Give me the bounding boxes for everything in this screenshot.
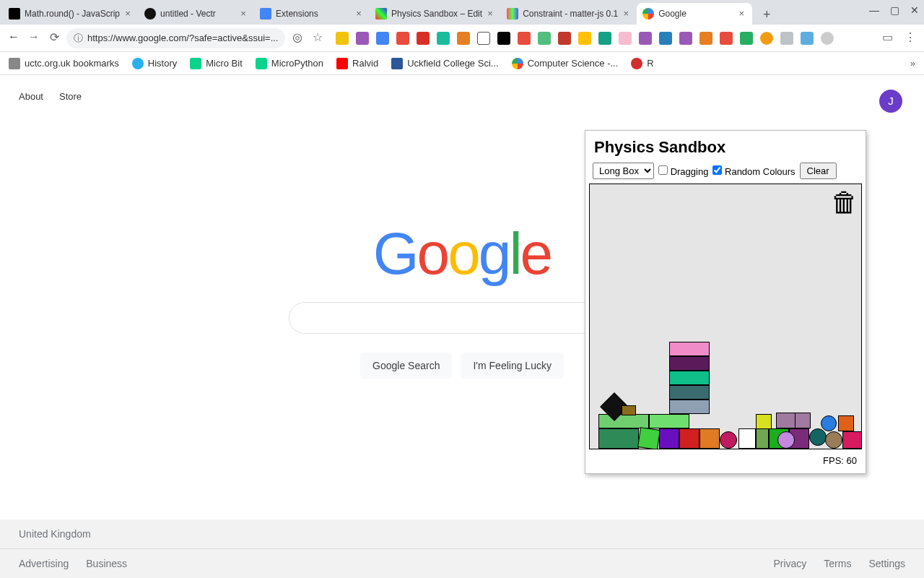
sandbox-canvas[interactable]: 🗑 bbox=[589, 184, 862, 449]
trash-icon[interactable]: 🗑 bbox=[831, 187, 858, 218]
ext-icon[interactable] bbox=[639, 32, 652, 45]
footer-settings[interactable]: Settings bbox=[868, 558, 905, 569]
maximize-icon[interactable]: ▢ bbox=[888, 4, 901, 17]
ext-icon[interactable] bbox=[578, 32, 591, 45]
physics-shape[interactable] bbox=[821, 415, 837, 431]
tab-matterjs[interactable]: Constraint - matter-js 0.1× bbox=[501, 3, 637, 25]
ext-icon[interactable] bbox=[376, 32, 389, 45]
bookmark-cs[interactable]: Computer Science -... bbox=[512, 58, 619, 69]
bookmark-r[interactable]: R bbox=[631, 58, 653, 69]
ext-icon[interactable] bbox=[497, 32, 510, 45]
back-button[interactable]: ← bbox=[6, 30, 22, 46]
close-window-icon[interactable]: ✕ bbox=[908, 4, 921, 17]
footer-business[interactable]: Business bbox=[86, 558, 127, 569]
ext-icon[interactable] bbox=[336, 32, 349, 45]
bookmark-microbit[interactable]: Micro Bit bbox=[190, 58, 243, 69]
physics-shape[interactable] bbox=[699, 428, 720, 449]
random-colours-checkbox[interactable] bbox=[712, 165, 722, 175]
close-icon[interactable]: × bbox=[621, 9, 631, 19]
star-icon[interactable]: ☆ bbox=[310, 30, 326, 46]
ext-icon[interactable] bbox=[396, 32, 409, 45]
physics-shape[interactable] bbox=[649, 414, 689, 428]
close-icon[interactable]: × bbox=[238, 9, 248, 19]
physics-shape[interactable] bbox=[622, 405, 636, 415]
bookmark-micropython[interactable]: MicroPython bbox=[256, 58, 323, 69]
ext-icon[interactable] bbox=[780, 32, 793, 45]
ext-icon[interactable] bbox=[477, 32, 490, 45]
dragging-label[interactable]: Dragging bbox=[658, 165, 708, 177]
physics-shape[interactable] bbox=[679, 428, 699, 449]
ext-icon[interactable] bbox=[619, 32, 632, 45]
ext-icon[interactable] bbox=[558, 32, 571, 45]
bookmark-history[interactable]: History bbox=[132, 58, 177, 69]
tab-extensions[interactable]: Extensions× bbox=[254, 3, 370, 25]
physics-shape[interactable] bbox=[669, 400, 710, 414]
ext-icon[interactable] bbox=[679, 32, 692, 45]
physics-shape[interactable] bbox=[842, 431, 862, 449]
cast-icon[interactable]: ▭ bbox=[879, 30, 895, 46]
ext-icon[interactable] bbox=[518, 32, 531, 45]
address-bar[interactable]: ⓘ https://www.google.com/?safe=active&ss… bbox=[66, 28, 285, 48]
ext-icon[interactable] bbox=[699, 32, 712, 45]
ext-icon[interactable] bbox=[437, 32, 450, 45]
close-icon[interactable]: × bbox=[354, 9, 364, 19]
tab-physics-sandbox[interactable]: Physics Sandbox – Edit× bbox=[370, 3, 501, 25]
random-colours-label[interactable]: Random Colours bbox=[712, 165, 795, 177]
ext-icon[interactable] bbox=[457, 32, 470, 45]
close-icon[interactable]: × bbox=[736, 9, 746, 19]
new-tab-button[interactable]: + bbox=[757, 4, 777, 25]
physics-shape[interactable] bbox=[598, 414, 649, 428]
ext-icon[interactable] bbox=[356, 32, 369, 45]
bookmarks-overflow-icon[interactable]: » bbox=[910, 58, 915, 69]
physics-shape[interactable] bbox=[838, 415, 854, 431]
physics-shape[interactable] bbox=[777, 431, 795, 449]
about-link[interactable]: About bbox=[19, 91, 43, 102]
ext-icon-active[interactable] bbox=[821, 32, 834, 45]
footer-terms[interactable]: Terms bbox=[824, 558, 851, 569]
bookmark-ralvid[interactable]: Ralvid bbox=[336, 58, 378, 69]
ext-icon[interactable] bbox=[720, 32, 733, 45]
reload-button[interactable]: ⟳ bbox=[46, 30, 62, 46]
close-icon[interactable]: × bbox=[485, 9, 495, 19]
tab-google[interactable]: Google× bbox=[637, 3, 752, 25]
shape-select[interactable]: Long Box bbox=[593, 163, 654, 179]
forward-button[interactable]: → bbox=[26, 30, 42, 46]
physics-shape[interactable] bbox=[669, 342, 710, 356]
bookmark-uckfield[interactable]: Uckfield College Sci... bbox=[391, 58, 498, 69]
physics-shape[interactable] bbox=[598, 428, 639, 449]
close-icon[interactable]: × bbox=[123, 9, 133, 19]
footer-advertising[interactable]: Advertising bbox=[19, 558, 69, 569]
physics-shape[interactable] bbox=[669, 356, 710, 371]
physics-shape[interactable] bbox=[756, 428, 769, 449]
ext-icon[interactable] bbox=[740, 32, 753, 45]
ext-icon[interactable] bbox=[659, 32, 672, 45]
tab-math-round[interactable]: Math.round() - JavaScrip× bbox=[3, 3, 139, 25]
clear-button[interactable]: Clear bbox=[800, 163, 837, 179]
minimize-icon[interactable]: — bbox=[868, 4, 881, 17]
feeling-lucky-button[interactable]: I'm Feeling Lucky bbox=[461, 353, 564, 379]
site-info-icon[interactable]: ⓘ bbox=[74, 32, 83, 45]
physics-shape[interactable] bbox=[669, 371, 710, 385]
search-box[interactable] bbox=[289, 302, 635, 334]
ext-icon[interactable] bbox=[801, 32, 814, 45]
physics-shape[interactable] bbox=[738, 428, 756, 449]
physics-shape[interactable] bbox=[669, 385, 710, 400]
physics-shape[interactable] bbox=[776, 413, 796, 428]
ext-icon[interactable] bbox=[760, 32, 773, 45]
search-input[interactable] bbox=[301, 303, 623, 333]
target-icon[interactable]: ◎ bbox=[289, 30, 305, 46]
tab-vectr[interactable]: untitled - Vectr× bbox=[139, 3, 254, 25]
physics-shape[interactable] bbox=[809, 428, 827, 446]
bookmark-folder[interactable]: uctc.org.uk bookmarks bbox=[9, 58, 119, 69]
google-search-button[interactable]: Google Search bbox=[360, 353, 452, 379]
dragging-checkbox[interactable] bbox=[658, 165, 668, 175]
menu-icon[interactable]: ⋮ bbox=[902, 30, 918, 46]
avatar[interactable]: J bbox=[879, 90, 902, 113]
physics-shape[interactable] bbox=[825, 431, 842, 449]
physics-shape[interactable] bbox=[795, 413, 811, 428]
physics-shape[interactable] bbox=[659, 428, 679, 449]
physics-shape[interactable] bbox=[720, 431, 737, 449]
ext-icon[interactable] bbox=[598, 32, 611, 45]
physics-shape[interactable] bbox=[637, 427, 661, 449]
store-link[interactable]: Store bbox=[59, 91, 82, 102]
